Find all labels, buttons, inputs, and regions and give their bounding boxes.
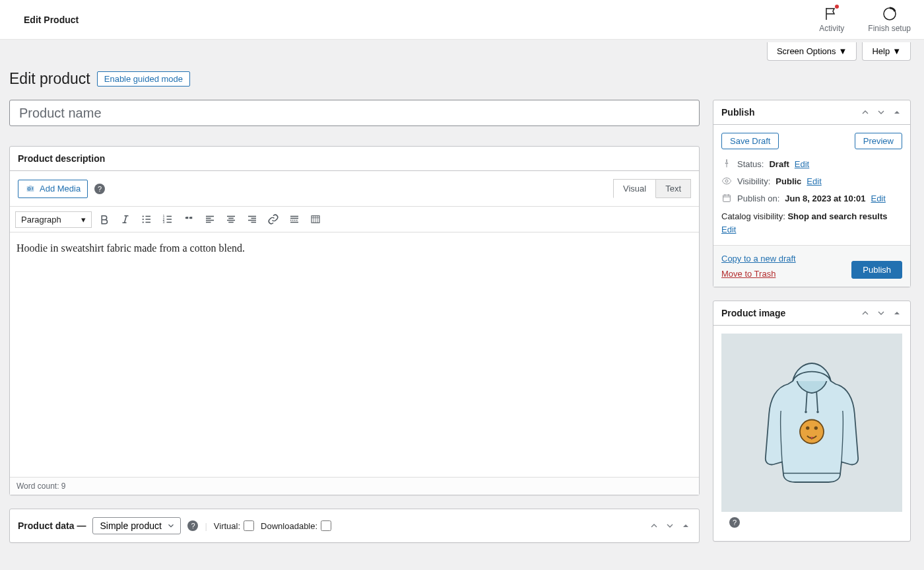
edit-date-link[interactable]: Edit	[871, 194, 885, 203]
publish-panel: Publish Save Draft Preview	[713, 100, 911, 287]
downloadable-checkbox[interactable]: Downloadable:	[261, 520, 331, 531]
align-right-button[interactable]	[244, 211, 261, 228]
screen-options-button[interactable]: Screen Options ▼	[767, 42, 857, 61]
svg-point-4	[142, 221, 143, 223]
virtual-checkbox[interactable]: Virtual:	[214, 520, 254, 531]
caret-up-icon[interactable]	[680, 520, 691, 531]
calendar-icon	[721, 193, 732, 203]
editor-tabs: Visual Text	[614, 179, 691, 198]
help-icon[interactable]: ?	[187, 520, 198, 531]
svg-point-15	[814, 426, 818, 429]
tab-text[interactable]: Text	[655, 179, 691, 198]
pin-icon	[721, 159, 732, 169]
caret-down-icon: ▼	[839, 46, 847, 56]
edit-visibility-link[interactable]: Edit	[807, 176, 821, 186]
product-description-panel: Product description Add Media ? Visual T…	[9, 146, 700, 495]
toolbar-toggle-button[interactable]	[307, 211, 324, 228]
link-button[interactable]	[265, 211, 282, 228]
tab-visual[interactable]: Visual	[613, 179, 656, 198]
eye-icon	[721, 176, 732, 186]
editor-toolbar: Paragraph▾ 123	[10, 207, 699, 232]
page-heading: Edit product Enable guided mode	[9, 70, 911, 88]
editor-content[interactable]: Hoodie in sweatshirt fabric made from a …	[10, 232, 699, 477]
finish-setup-label: Finish setup	[868, 24, 911, 33]
svg-text:3: 3	[162, 220, 164, 224]
bullet-list-button[interactable]	[138, 211, 155, 228]
clock-progress-icon	[882, 6, 898, 22]
help-icon[interactable]: ?	[729, 517, 740, 528]
product-description-title: Product description	[18, 153, 105, 164]
help-icon[interactable]: ?	[94, 184, 105, 194]
separator: |	[205, 521, 207, 531]
svg-point-14	[806, 426, 809, 429]
product-image-title: Product image	[721, 308, 785, 318]
product-name-input[interactable]	[9, 100, 700, 126]
product-data-title: Product data —	[18, 520, 86, 531]
edit-catalog-link[interactable]: Edit	[721, 225, 736, 234]
hoodie-illustration	[752, 357, 871, 489]
caret-down-icon: ▼	[892, 46, 901, 56]
chevron-down-icon[interactable]	[665, 520, 675, 531]
caret-up-icon[interactable]	[892, 308, 902, 318]
align-left-button[interactable]	[201, 211, 218, 228]
align-center-button[interactable]	[222, 211, 240, 228]
product-image-thumbnail[interactable]	[721, 334, 902, 512]
numbered-list-button[interactable]: 123	[159, 211, 176, 228]
svg-point-12	[816, 411, 819, 413]
italic-button[interactable]	[117, 211, 134, 228]
finish-setup-button[interactable]: Finish setup	[868, 6, 911, 33]
preview-button[interactable]: Preview	[855, 133, 902, 149]
chevron-down-icon[interactable]	[876, 308, 886, 318]
bold-button[interactable]	[96, 211, 113, 228]
page-title-small: Edit Product	[24, 15, 79, 25]
product-type-select[interactable]: Simple product	[92, 517, 181, 534]
add-media-button[interactable]: Add Media	[18, 180, 88, 198]
chevron-up-icon[interactable]	[860, 107, 871, 118]
edit-status-link[interactable]: Edit	[795, 159, 809, 169]
screen-options-row: Screen Options ▼ Help ▼	[9, 40, 911, 61]
activity-button[interactable]: Activity	[819, 6, 844, 33]
help-button[interactable]: Help ▼	[862, 42, 911, 61]
product-image-panel: Product image	[713, 301, 911, 542]
svg-point-3	[142, 219, 143, 220]
read-more-button[interactable]	[286, 211, 303, 228]
top-actions: Activity Finish setup	[819, 6, 911, 33]
word-count: Word count: 9	[10, 477, 699, 495]
caret-down-icon: ▾	[81, 215, 86, 225]
save-draft-button[interactable]: Save Draft	[721, 133, 779, 149]
camera-music-icon	[25, 184, 36, 194]
publish-title: Publish	[721, 107, 755, 118]
activity-label: Activity	[819, 24, 844, 33]
publish-button[interactable]: Publish	[851, 261, 902, 279]
format-select[interactable]: Paragraph▾	[15, 211, 92, 228]
chevron-down-icon[interactable]	[876, 107, 886, 118]
svg-point-11	[805, 411, 807, 413]
svg-rect-10	[723, 195, 731, 201]
move-to-trash-link[interactable]: Move to Trash	[721, 269, 796, 279]
product-data-panel: Product data — Simple product ? | Virtua…	[9, 509, 700, 543]
svg-point-13	[800, 420, 824, 444]
svg-point-9	[725, 180, 728, 182]
caret-up-icon[interactable]	[892, 107, 902, 118]
chevron-up-icon[interactable]	[649, 520, 659, 531]
page-title: Edit product	[9, 70, 90, 88]
copy-draft-link[interactable]: Copy to a new draft	[721, 254, 796, 264]
chevron-up-icon[interactable]	[860, 308, 871, 318]
enable-guided-mode-button[interactable]: Enable guided mode	[97, 71, 190, 87]
svg-point-2	[142, 215, 143, 217]
blockquote-button[interactable]	[180, 211, 197, 228]
top-bar: Edit Product Activity Finish setup	[0, 0, 924, 40]
